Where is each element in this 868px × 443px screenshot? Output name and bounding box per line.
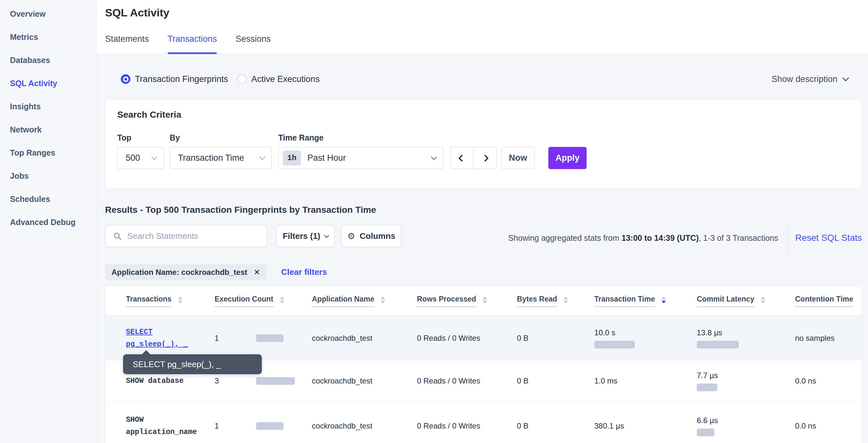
previous-time-button[interactable] (451, 147, 473, 169)
radio-transaction-fingerprints[interactable]: Transaction Fingerprints (121, 74, 228, 84)
execution-count-bar (256, 422, 284, 430)
sidebar-item-databases[interactable]: Databases (0, 49, 97, 72)
reset-sql-stats-link[interactable]: Reset SQL Stats (796, 233, 862, 243)
time-range-label: Time Range (278, 133, 323, 142)
table-row[interactable]: SHOW application_name 1 cockroachdb_test… (105, 402, 862, 443)
top-select-value: 500 (126, 153, 140, 163)
time-nav-buttons (451, 147, 497, 169)
chevron-down-icon (324, 233, 329, 238)
tab-sessions[interactable]: Sessions (236, 34, 271, 54)
sort-icon (761, 296, 765, 303)
transaction-fingerprint[interactable]: SHOW application_name (126, 414, 215, 438)
vertical-divider (787, 222, 788, 254)
application-name-cell: cockroachdb_test (312, 377, 417, 385)
by-select-value: Transaction Time (178, 153, 244, 163)
table-row[interactable]: SELECT pg_sleep(_), _ 1 cockroachdb_test… (105, 316, 862, 360)
sidebar-item-insights[interactable]: Insights (0, 95, 97, 118)
column-header-contention-time[interactable]: Contention Time (795, 295, 862, 307)
view-toggle: Transaction Fingerprints Active Executio… (121, 66, 320, 92)
sidebar-item-overview[interactable]: Overview (0, 2, 97, 25)
column-header-bytes-read[interactable]: Bytes Read (517, 295, 594, 307)
sidebar-item-schedules[interactable]: Schedules (0, 187, 97, 211)
sort-desc-icon (661, 296, 666, 303)
search-criteria-card: Search Criteria Top By Time Range 500 Tr… (105, 100, 862, 188)
next-time-button[interactable] (473, 147, 496, 169)
transaction-time-cell: 10.0 s (594, 328, 697, 349)
results-heading: Results - Top 500 Transaction Fingerprin… (105, 205, 376, 215)
results-controls: Filters (1) ⚙ Columns Showing aggregated… (105, 225, 862, 247)
top-label: Top (117, 133, 131, 142)
transaction-time-bar (594, 341, 635, 349)
contention-time-cell: 0.0 ns (795, 377, 862, 385)
filter-chip-label: Application Name: cockroachdb_test (112, 268, 247, 277)
rows-processed-cell: 0 Reads / 0 Writes (417, 421, 517, 431)
contention-time-cell: no samples (795, 334, 862, 343)
transaction-fingerprint-link[interactable]: SELECT pg_sleep(_), _ (126, 326, 215, 350)
time-range-badge: 1h (283, 150, 301, 166)
column-header-execution-count[interactable]: Execution Count (215, 295, 312, 307)
sidebar-item-sql-activity[interactable]: SQL Activity (0, 72, 97, 95)
chevron-down-icon (431, 154, 437, 160)
time-range-select[interactable]: 1h Past Hour (278, 147, 443, 169)
sidebar-item-top-ranges[interactable]: Top Ranges (0, 141, 97, 164)
stats-group: Showing aggregated stats from 13:00 to 1… (508, 222, 862, 254)
chevron-down-icon (151, 154, 157, 160)
sort-icon (178, 296, 183, 303)
clear-filters-link[interactable]: Clear filters (281, 267, 327, 277)
application-name-cell: cockroachdb_test (312, 334, 417, 343)
transaction-time-cell: 1.0 ms (594, 376, 697, 386)
now-button[interactable]: Now (501, 147, 534, 169)
search-icon (113, 232, 122, 241)
commit-latency-cell: 6.6 µs (697, 416, 795, 436)
column-header-transactions[interactable]: Transactions (126, 295, 215, 307)
columns-label: Columns (360, 231, 395, 241)
bytes-read-cell: 0 B (517, 334, 594, 343)
rows-processed-cell: 0 Reads / 0 Writes (417, 377, 517, 385)
filter-chip-application-name[interactable]: Application Name: cockroachdb_test ✕ (105, 264, 267, 280)
by-label: By (169, 133, 180, 142)
by-select[interactable]: Transaction Time (169, 147, 272, 169)
show-description-toggle[interactable]: Show description (771, 66, 848, 92)
bytes-read-cell: 0 B (517, 421, 594, 431)
commit-latency-cell: 13.8 µs (697, 328, 795, 349)
sidebar-item-metrics[interactable]: Metrics (0, 25, 97, 49)
chevron-down-icon (842, 74, 849, 81)
execution-count-cell: 1 (215, 421, 312, 431)
show-description-label: Show description (771, 74, 837, 84)
rows-processed-cell: 0 Reads / 0 Writes (417, 334, 517, 343)
radio-unselected-icon[interactable] (237, 74, 247, 84)
search-criteria-title: Search Criteria (117, 110, 181, 120)
radio-label: Transaction Fingerprints (135, 74, 228, 84)
gear-icon: ⚙ (347, 232, 355, 240)
page-header: SQL Activity Statements Transactions Ses… (97, 0, 868, 54)
search-input[interactable] (127, 231, 249, 241)
filter-chip-row: Application Name: cockroachdb_test ✕ Cle… (105, 264, 327, 280)
commit-latency-cell: 7.7 µs (697, 371, 795, 391)
application-name-cell: cockroachdb_test (312, 421, 417, 431)
sidebar-item-jobs[interactable]: Jobs (0, 164, 97, 187)
apply-button[interactable]: Apply (548, 147, 587, 169)
chevron-down-icon (259, 154, 265, 160)
sidebar-item-network[interactable]: Network (0, 118, 97, 141)
tab-transactions[interactable]: Transactions (168, 34, 217, 54)
radio-selected-icon[interactable] (121, 74, 130, 84)
column-header-commit-latency[interactable]: Commit Latency (697, 295, 795, 307)
column-header-rows-processed[interactable]: Rows Processed (417, 295, 517, 307)
sql-activity-page: Overview Metrics Databases SQL Activity … (0, 0, 868, 443)
column-header-transaction-time[interactable]: Transaction Time (594, 295, 697, 307)
chevron-left-icon (458, 154, 466, 162)
sort-icon (483, 296, 487, 303)
filters-button[interactable]: Filters (1) (276, 225, 335, 247)
top-select[interactable]: 500 (117, 147, 164, 169)
search-box (105, 225, 267, 247)
columns-button[interactable]: ⚙ Columns (341, 225, 401, 247)
table-header-row: Transactions Execution Count Application… (105, 286, 862, 316)
transaction-fingerprint[interactable]: SHOW database (126, 375, 215, 387)
execution-count-cell: 1 (215, 334, 312, 343)
time-range-value: Past Hour (307, 153, 346, 163)
radio-active-executions[interactable]: Active Executions (237, 74, 320, 84)
sidebar-item-advanced-debug[interactable]: Advanced Debug (0, 211, 97, 234)
column-header-application-name[interactable]: Application Name (312, 295, 417, 307)
tab-statements[interactable]: Statements (105, 34, 149, 54)
close-icon[interactable]: ✕ (254, 268, 260, 277)
